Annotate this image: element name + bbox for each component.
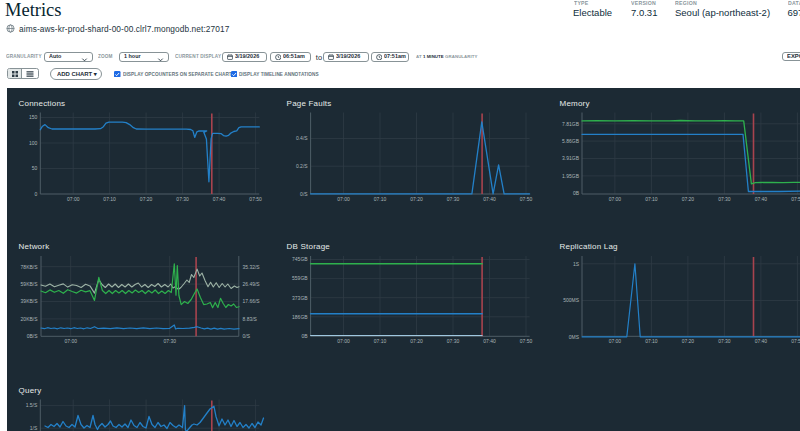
svg-text:745GB: 745GB [292,256,308,262]
svg-text:Memory: Memory [560,99,590,108]
svg-text:Connections: Connections [19,99,66,108]
svg-text:07:20: 07:20 [140,196,153,202]
svg-text:150: 150 [29,114,38,120]
svg-text:0MS: 0MS [569,333,580,339]
svg-text:07:30: 07:30 [447,196,460,202]
svg-text:559GB: 559GB [292,275,308,281]
svg-text:07:50: 07:50 [520,338,533,344]
svg-text:07:50: 07:50 [791,338,800,344]
svg-text:07:40: 07:40 [755,338,768,344]
svg-text:100: 100 [29,139,38,145]
svg-text:1S: 1S [573,260,580,266]
svg-text:1/S: 1/S [30,425,38,431]
svg-text:DB Storage: DB Storage [287,242,331,251]
svg-text:0/S: 0/S [300,190,308,196]
svg-text:07:40: 07:40 [213,196,226,202]
svg-text:07:50: 07:50 [249,196,262,202]
svg-text:07:20: 07:20 [410,196,423,202]
svg-text:07:00: 07:00 [337,338,350,344]
svg-text:07:40: 07:40 [755,196,768,202]
svg-text:Network: Network [19,242,51,251]
svg-text:59KB/S: 59KB/S [21,280,39,286]
svg-text:8.83/S: 8.83/S [243,315,258,321]
svg-text:17.66/S: 17.66/S [243,298,261,304]
svg-text:20KB/S: 20KB/S [21,315,39,321]
svg-text:07:40: 07:40 [483,338,496,344]
svg-text:07:30: 07:30 [176,196,189,202]
svg-text:0B: 0B [573,190,580,196]
svg-text:1.5/S: 1.5/S [26,402,38,408]
svg-text:0B/S: 0B/S [27,333,38,339]
svg-text:07:30: 07:30 [163,338,176,344]
svg-text:07:30: 07:30 [718,196,731,202]
svg-text:78KB/S: 78KB/S [21,263,39,269]
svg-text:0.2/S: 0.2/S [296,163,308,169]
svg-text:1.95GB: 1.95GB [562,172,580,178]
svg-text:07:10: 07:10 [374,338,387,344]
svg-text:Query: Query [19,385,42,394]
svg-text:Page Faults: Page Faults [287,99,332,108]
svg-text:07:00: 07:00 [609,338,622,344]
svg-text:07:10: 07:10 [374,196,387,202]
svg-text:0.4/S: 0.4/S [296,135,308,141]
svg-text:07:10: 07:10 [645,338,658,344]
svg-text:07:20: 07:20 [682,338,695,344]
svg-text:50: 50 [32,165,38,171]
svg-text:07:00: 07:00 [337,196,350,202]
svg-text:186GB: 186GB [292,313,308,319]
svg-text:39KB/S: 39KB/S [21,298,39,304]
svg-text:0/S: 0/S [243,333,251,339]
svg-text:07:30: 07:30 [718,338,731,344]
svg-text:07:50: 07:50 [520,196,533,202]
svg-text:3.91GB: 3.91GB [562,155,580,161]
svg-text:Replication Lag: Replication Lag [560,242,618,251]
svg-text:07:00: 07:00 [609,196,622,202]
svg-text:35.32/S: 35.32/S [243,263,261,269]
svg-text:07:00: 07:00 [67,196,80,202]
svg-text:07:10: 07:10 [645,196,658,202]
svg-text:07:40: 07:40 [483,196,496,202]
svg-text:5.86GB: 5.86GB [562,137,580,143]
svg-text:26.49/S: 26.49/S [243,280,261,286]
svg-text:07:00: 07:00 [64,338,77,344]
svg-text:500MS: 500MS [563,297,579,303]
svg-text:07:30: 07:30 [447,338,460,344]
svg-text:07:20: 07:20 [682,196,695,202]
svg-text:07:10: 07:10 [103,196,116,202]
svg-text:0: 0 [35,190,38,196]
svg-text:07:50: 07:50 [791,196,800,202]
svg-text:373GB: 373GB [292,294,308,300]
svg-text:0B: 0B [301,332,308,338]
svg-text:7.81GB: 7.81GB [562,120,580,126]
svg-text:07:20: 07:20 [410,338,423,344]
